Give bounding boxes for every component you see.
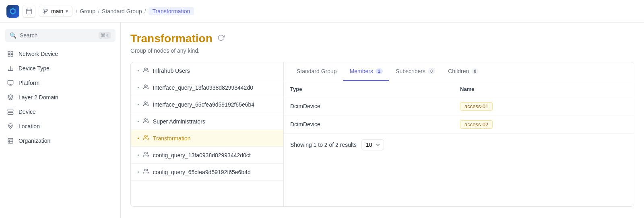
list-dot-icon: ● [137,170,139,174]
group-icon [143,152,149,158]
group-icon [143,135,149,142]
list-item-config-query-2[interactable]: ● config_query_65cfea9d59192f65e6b4d [131,164,283,181]
sidebar-label-organization: Organization [19,138,50,144]
list-label-config-query-2: config_query_65cfea9d59192f65e6b4d [153,169,251,175]
refresh-button[interactable] [217,34,225,43]
group-icon [143,118,149,125]
list-label-interface-query-1: Interface_query_13fa0938d82993442d0 [153,84,253,91]
calendar-button[interactable] [23,5,35,18]
pagination-bar: Showing 1 to 2 of 2 results 10 25 50 [284,134,634,156]
svg-point-32 [144,102,147,104]
tab-subscribers[interactable]: Subscribers 0 [389,62,442,81]
svg-rect-21 [8,109,13,111]
tab-standard-group[interactable]: Standard Group [290,62,343,81]
svg-point-34 [144,136,147,138]
tab-members[interactable]: Members 2 [343,62,389,81]
svg-point-33 [144,119,147,121]
svg-rect-12 [11,54,13,56]
topbar: main ▾ / Group / Standard Group / Transf… [0,0,644,23]
dropdown-arrow-icon: ▾ [66,8,68,14]
svg-rect-9 [8,51,10,53]
search-icon: 🔍 [10,32,17,39]
list-item-interface-query-2[interactable]: ● Interface_query_65cfea9d59192f65e6b4 [131,96,283,113]
list-dot-icon: ● [137,153,139,157]
sidebar-item-device[interactable]: Device [0,105,120,119]
breadcrumb-current: Transformation [149,7,194,15]
group-icon [143,169,149,175]
svg-point-30 [144,68,147,70]
search-bar[interactable]: 🔍 Search ⌘K [5,29,116,42]
sidebar-item-organization[interactable]: Organization [0,134,120,148]
detail-panel: Standard Group Members 2 Subscribers 0 C… [284,62,634,206]
list-dot-icon: ● [137,136,139,140]
svg-marker-20 [8,95,13,97]
svg-point-31 [144,85,147,87]
sidebar-label-device-type: Device Type [19,65,50,72]
page-title: Transformation [130,32,213,45]
server-icon [6,109,14,115]
bar-chart-icon [6,65,14,72]
sidebar: 🔍 Search ⌘K Network Device Device Type [0,23,121,218]
list-label-interface-query-2: Interface_query_65cfea9d59192f65e6b4 [153,101,254,108]
tab-children[interactable]: Children 0 [442,62,485,81]
table-row[interactable]: DcimDevice access-02 [284,115,634,134]
group-icon [143,67,149,74]
row-1-type: DcimDevice [284,97,454,115]
list-panel: ● Infrahub Users ● [131,62,284,206]
row-2-type: DcimDevice [284,115,454,134]
sidebar-item-layer-domain[interactable]: Layer 2 Domain [0,90,120,105]
svg-rect-10 [11,51,13,53]
row-2-name: access-02 [454,115,634,134]
table-row[interactable]: DcimDevice access-01 [284,97,634,115]
search-label: Search [20,32,95,39]
tabs-bar: Standard Group Members 2 Subscribers 0 C… [284,62,634,81]
page-subtitle: Group of nodes of any kind. [130,47,634,54]
location-icon [6,123,14,130]
list-dot-icon: ● [137,86,139,89]
branch-selector[interactable]: main ▾ [39,6,72,17]
svg-point-7 [47,9,48,10]
svg-point-35 [144,152,147,154]
per-page-select[interactable]: 10 25 50 [361,139,384,150]
list-dot-icon: ● [137,69,139,72]
sidebar-item-network-device[interactable]: Network Device [0,47,120,61]
main-layout: 🔍 Search ⌘K Network Device Device Type [0,23,644,218]
svg-rect-2 [27,9,31,14]
svg-rect-11 [8,54,10,56]
sidebar-item-location[interactable]: Location [0,119,120,134]
list-dot-icon: ● [137,103,139,106]
branch-name: main [51,8,63,14]
subscribers-badge: 0 [428,68,435,74]
group-icon [143,101,149,108]
monitor-icon [6,80,14,86]
breadcrumb-sep-2: / [98,8,99,14]
table-icon [6,138,14,144]
col-name: Name [454,81,634,97]
sidebar-label-device: Device [19,109,36,115]
layers-icon [6,94,14,101]
list-item-infrahub-users[interactable]: ● Infrahub Users [131,62,283,79]
breadcrumb-sep-3: / [144,8,146,14]
list-label-super-admins: Super Administrators [153,118,205,125]
list-dot-icon: ● [137,119,139,123]
row-1-name: access-01 [454,97,634,115]
sidebar-item-platform[interactable]: Platform [0,76,120,90]
members-table: Type Name DcimDevice access-01 [284,81,634,134]
group-icon [143,84,149,91]
breadcrumb-group[interactable]: Group [80,8,95,14]
sidebar-item-device-type[interactable]: Device Type [0,61,120,76]
breadcrumb: / Group / Standard Group / Transformatio… [76,7,194,15]
list-label-config-query-1: config_query_13fa0938d82993442d0cf [153,152,251,158]
list-label-transformation: Transformation [153,135,191,142]
svg-point-25 [10,125,11,127]
svg-rect-22 [8,112,13,114]
list-item-super-admins[interactable]: ● Super Administrators [131,113,283,130]
list-item-transformation[interactable]: ● Transformation [131,130,283,147]
list-label-infrahub-users: Infrahub Users [153,68,190,74]
list-item-interface-query-1[interactable]: ● Interface_query_13fa0938d82993442d0 [131,79,283,96]
breadcrumb-standard-group[interactable]: Standard Group [102,8,142,14]
svg-point-6 [44,9,45,10]
logo-icon[interactable] [6,5,19,18]
list-item-config-query-1[interactable]: ● config_query_13fa0938d82993442d0cf [131,147,283,164]
name-badge-1: access-01 [460,102,493,111]
